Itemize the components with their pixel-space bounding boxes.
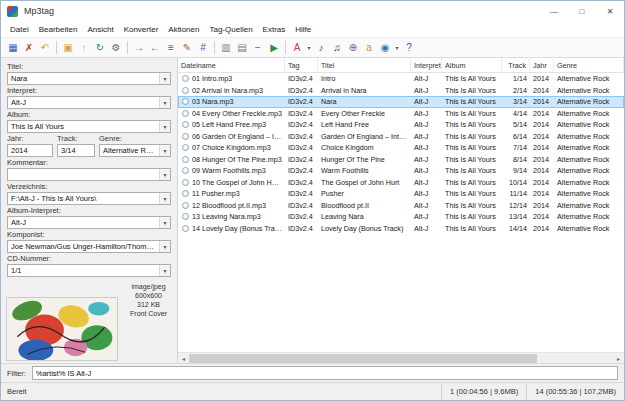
remove-tag-icon[interactable]: ✗ [21, 40, 37, 56]
jahr-input[interactable]: 2014 [7, 144, 53, 157]
chevron-down-icon[interactable]: ▾ [159, 193, 170, 204]
titel-label: Titel: [7, 62, 171, 71]
filename-to-tag-icon[interactable]: ← [147, 40, 163, 56]
actions-icon[interactable]: ✎ [179, 40, 195, 56]
status-text: Bereit [1, 387, 441, 396]
cell: This Is All Yours [442, 155, 502, 164]
menu-bearbeiten[interactable]: Bearbeiten [34, 25, 83, 34]
play-icon[interactable]: ▶ [266, 40, 282, 56]
column-header-titel[interactable]: Titel [318, 58, 411, 72]
cover-area[interactable]: image/jpeg600x600312 KBFront Cover [7, 280, 171, 361]
web-sources-icon[interactable]: ◉ [377, 40, 393, 56]
scroll-right-icon[interactable]: ▸ [613, 353, 624, 364]
track-input[interactable]: 3/14 [57, 144, 95, 157]
column-header-interpret[interactable]: Interpret [411, 58, 442, 72]
freedb-icon[interactable]: ♪ [313, 40, 329, 56]
table-row[interactable]: 06 Garden Of England – Interlude.mp3ID3v… [178, 131, 624, 143]
column-header-tag[interactable]: Tag [285, 58, 318, 72]
menu-tag-quellen[interactable]: Tag-Quellen [204, 25, 257, 34]
help-icon[interactable]: ? [401, 40, 417, 56]
amazon-icon[interactable]: a [361, 40, 377, 56]
chevron-down-icon[interactable]: ▾ [159, 241, 170, 252]
menu-hilfe[interactable]: Hilfe [290, 25, 316, 34]
menu-extras[interactable]: Extras [258, 25, 291, 34]
table-row[interactable]: 11 Pusher.mp3ID3v2.4PusherAlt-JThis Is A… [178, 188, 624, 200]
column-header-genre[interactable]: Genre [554, 58, 624, 72]
menu-konverter[interactable]: Konverter [119, 25, 164, 34]
table-row[interactable]: 09 Warm Foothills.mp3ID3v2.4Warm Foothil… [178, 165, 624, 177]
table-row[interactable]: 01 Intro.mp3ID3v2.4IntroAlt-JThis Is All… [178, 73, 624, 85]
verzeichnis-combobox[interactable]: F:\Alt-J - This Is All Yours\ ▾ [7, 192, 171, 205]
chevron-down-icon[interactable]: ▾ [159, 217, 170, 228]
table-row[interactable]: 14 Lovely Day (Bonus Track).mp3ID3v2.4Lo… [178, 223, 624, 235]
chevron-down-icon[interactable]: ▾ [159, 145, 170, 156]
cell: 2014 [530, 86, 554, 95]
menu-datei[interactable]: Datei [5, 25, 34, 34]
chevron-down-icon[interactable]: ▾ [159, 73, 170, 84]
interpret-combobox[interactable]: Alt-J ▾ [7, 96, 171, 109]
column-header-jahr[interactable]: Jahr [530, 58, 554, 72]
komponist-combobox[interactable]: Joe Newman/Gus Unger-Hamilton/Thom Green… [7, 240, 171, 253]
cell: Alt-J [411, 86, 442, 95]
chevron-down-icon[interactable]: ▾ [159, 169, 170, 180]
file-cell: 13 Leaving Nara.mp3 [178, 212, 285, 221]
parent-directory-icon[interactable]: ↑ [76, 40, 92, 56]
table-row[interactable]: 13 Leaving Nara.mp3ID3v2.4Leaving NaraAl… [178, 211, 624, 223]
column-header-track[interactable]: Track [502, 58, 530, 72]
copy-tag-icon[interactable]: ▥ [218, 40, 234, 56]
table-row[interactable]: 05 Left Hand Free.mp3ID3v2.4Left Hand Fr… [178, 119, 624, 131]
chevron-down-icon[interactable]: ▾ [159, 121, 170, 132]
cell: Alt-J [411, 155, 442, 164]
horizontal-scrollbar[interactable]: ◂ ▸ [178, 352, 624, 363]
album-interpret-combobox[interactable]: Alt-J ▾ [7, 216, 171, 229]
menu-ansicht[interactable]: Ansicht [82, 25, 118, 34]
textfile-to-tag-icon[interactable]: ≡ [163, 40, 179, 56]
tag-to-filename-icon[interactable]: → [131, 40, 147, 56]
close-button[interactable]: ✕ [596, 1, 624, 21]
table-row[interactable]: 08 Hunger Of The Pine.mp3ID3v2.4Hunger O… [178, 154, 624, 166]
minimize-button[interactable]: — [540, 1, 568, 21]
save-icon[interactable]: ▦ [5, 40, 21, 56]
table-row[interactable]: 12 Bloodflood pt.II.mp3ID3v2.4Bloodflood… [178, 200, 624, 212]
cell: ID3v2.4 [285, 109, 318, 118]
options-icon[interactable]: ⚙ [108, 40, 124, 56]
font-icon[interactable]: A [289, 40, 305, 56]
refresh-icon[interactable]: ↻ [92, 40, 108, 56]
scroll-left-icon[interactable]: ◂ [178, 353, 189, 364]
chevron-down-icon[interactable]: ▾ [393, 44, 401, 51]
chevron-down-icon[interactable]: ▾ [305, 44, 313, 51]
table-row[interactable]: 04 Every Other Freckle.mp3ID3v2.4Every O… [178, 108, 624, 120]
chevron-down-icon[interactable]: ▾ [159, 97, 170, 108]
cd-nummer-combobox[interactable]: 1/1 ▾ [7, 264, 171, 277]
discogs-icon[interactable]: ♫ [329, 40, 345, 56]
musicbrainz-icon[interactable]: ⊕ [345, 40, 361, 56]
table-row[interactable]: 07 Choice Kingdom.mp3ID3v2.4Choice Kingd… [178, 142, 624, 154]
column-header-album[interactable]: Album [442, 58, 502, 72]
scrollbar-thumb[interactable] [189, 354, 537, 363]
table-row[interactable]: 10 The Gospel of John Hurt.mp3ID3v2.4The… [178, 177, 624, 189]
track-value: 3/14 [58, 146, 94, 155]
album-combobox[interactable]: This Is All Yours ▾ [7, 120, 171, 133]
cell: Alt-J [411, 178, 442, 187]
cell: Alt-J [411, 74, 442, 83]
cell: This Is All Yours [442, 86, 502, 95]
table-row[interactable]: 03 Nara.mp3ID3v2.4NaraAlt-JThis Is All Y… [178, 96, 624, 108]
filter-input[interactable] [32, 366, 618, 380]
maximize-button[interactable]: □ [568, 1, 596, 21]
menu-aktionen[interactable]: Aktionen [163, 25, 204, 34]
remove-fields-icon[interactable]: − [250, 40, 266, 56]
cell: Alternative Rock [554, 86, 624, 95]
scrollbar-track[interactable] [189, 353, 613, 363]
autonumbering-wizard-icon[interactable]: # [195, 40, 211, 56]
album-cover-image[interactable] [6, 297, 118, 361]
change-directory-icon[interactable]: ▣ [60, 40, 76, 56]
paste-tag-icon[interactable]: ▤ [234, 40, 250, 56]
chevron-down-icon[interactable]: ▾ [159, 265, 170, 276]
genre-combobox[interactable]: Alternative Rock ▾ [99, 144, 171, 157]
column-header-dateiname[interactable]: Dateiname [178, 58, 285, 72]
kommentar-combobox[interactable]: ▾ [7, 168, 171, 181]
table-row[interactable]: 02 Arrival in Nara.mp3ID3v2.4Arrival in … [178, 85, 624, 97]
filename: 09 Warm Foothills.mp3 [192, 166, 266, 175]
titel-combobox[interactable]: Nara ▾ [7, 72, 171, 85]
undo-icon[interactable]: ↶ [37, 40, 53, 56]
